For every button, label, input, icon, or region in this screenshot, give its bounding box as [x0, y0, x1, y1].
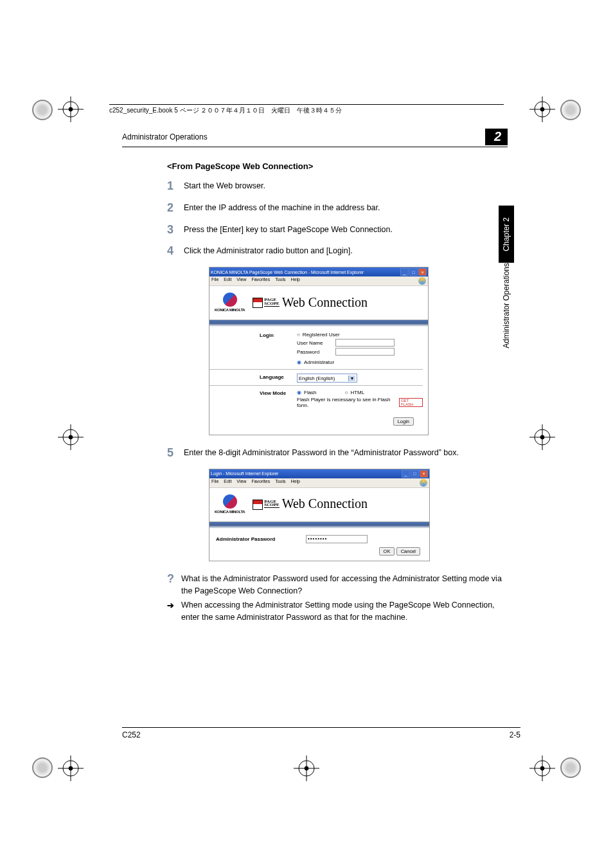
cancel-button[interactable]: Cancel	[396, 547, 420, 556]
step-3: 3 Press the [Enter] key to start PageSco…	[167, 224, 508, 237]
step-number: 3	[167, 224, 184, 237]
flash-label: Flash	[304, 390, 317, 395]
step-text: Enter the IP address of the machine in t…	[184, 202, 508, 214]
menu-file[interactable]: File	[211, 479, 218, 487]
brand-bar: KONICA MINOLTA PAGE SCOPE Web Connection	[209, 488, 429, 522]
chapter-number-box: 2	[485, 129, 508, 145]
admin-password-input[interactable]: ••••••••	[306, 535, 368, 543]
menubar: File Edit View Favorites Tools Help	[209, 276, 428, 286]
registration-mark	[58, 424, 84, 450]
menu-view[interactable]: View	[236, 479, 246, 487]
globe-icon	[223, 293, 237, 307]
ps-small-bot: SCOPE	[264, 302, 279, 306]
brand-text: KONICA MINOLTA	[215, 510, 245, 514]
password-input[interactable]	[335, 348, 395, 356]
menu-edit[interactable]: Edit	[224, 479, 231, 487]
language-value: English (English)	[299, 375, 335, 381]
step-text: Press the [Enter] key to start PageScope…	[184, 224, 508, 236]
menubar: File Edit View Favorites Tools Help	[209, 478, 429, 488]
konica-minolta-logo: KONICA MINOLTA	[215, 494, 245, 514]
globe-icon	[223, 494, 237, 509]
menu-help[interactable]: Help	[291, 479, 300, 487]
registration-mark	[529, 96, 555, 122]
login-button[interactable]: Login	[393, 417, 414, 426]
window-titlebar: KONICA MINOLTA PageScope Web Connection …	[209, 267, 428, 276]
section-title: <From PageScope Web Connection>	[167, 161, 508, 171]
username-input[interactable]	[335, 339, 395, 347]
administrator-radio[interactable]: ◉	[297, 359, 301, 365]
screenshot-login: KONICA MINOLTA PageScope Web Connection …	[209, 267, 429, 435]
pagescope-mark-icon: PAGE SCOPE	[264, 500, 279, 509]
page-footer: C252 2-5	[122, 727, 520, 739]
get-flash-badge[interactable]: GET FLASH	[399, 398, 423, 407]
flash-note: Flash Player is necessary to see in Flas…	[297, 397, 396, 408]
pagescope-logo: PAGE SCOPE Web Connection	[264, 496, 368, 511]
step-1: 1 Start the Web browser.	[167, 180, 508, 193]
print-disc	[560, 100, 581, 120]
step-text: Click the Administrator radio button and…	[184, 245, 508, 257]
close-icon[interactable]: ×	[420, 470, 428, 478]
maximize-icon[interactable]: □	[409, 268, 418, 276]
screenshot-admin-password: Login - Microsoft Internet Explorer _ □ …	[209, 469, 430, 561]
step-text: Start the Web browser.	[184, 180, 508, 192]
flash-radio[interactable]: ◉	[297, 390, 301, 395]
qa-question: ? What is the Administrator Password use…	[167, 573, 508, 597]
registration-mark	[58, 96, 84, 122]
step-4: 4 Click the Administrator radio button a…	[167, 245, 508, 258]
step-5: 5 Enter the 8-digit Administrator Passwo…	[167, 447, 508, 460]
window-title: KONICA MINOLTA PageScope Web Connection …	[211, 270, 364, 275]
footer-left: C252	[122, 730, 141, 739]
minimize-icon[interactable]: _	[402, 470, 410, 478]
ok-button[interactable]: OK	[379, 547, 395, 556]
menu-view[interactable]: View	[236, 277, 246, 285]
pagescope-logo: PAGE SCOPE Web Connection	[264, 295, 368, 310]
maximize-icon[interactable]: □	[411, 470, 419, 478]
ie-logo-icon	[420, 479, 427, 487]
ie-logo-icon	[418, 277, 426, 285]
pagescope-title: Web Connection	[282, 496, 368, 511]
menu-file[interactable]: File	[211, 277, 218, 285]
chevron-down-icon: ▾	[348, 375, 355, 381]
menu-favorites[interactable]: Favorites	[251, 479, 270, 487]
qa-answer: ➔ When accessing the Administrator Setti…	[167, 599, 508, 624]
running-head: Administrator Operations	[122, 132, 208, 141]
step-number: 2	[167, 202, 184, 215]
window-titlebar: Login - Microsoft Internet Explorer _ □ …	[209, 469, 429, 478]
minimize-icon[interactable]: _	[400, 268, 409, 276]
registration-mark	[294, 755, 319, 781]
ps-small-bot: SCOPE	[264, 503, 279, 507]
registration-mark	[58, 755, 84, 781]
question-mark-icon: ?	[167, 573, 181, 584]
menu-favorites[interactable]: Favorites	[251, 277, 270, 285]
administrator-label: Administrator	[304, 359, 334, 365]
viewmode-label: View Mode	[260, 390, 297, 396]
step-number: 1	[167, 180, 184, 193]
brand-bar: KONICA MINOLTA PAGE SCOPE Web Connection	[209, 286, 428, 320]
password-label: Password	[297, 349, 333, 355]
brand-text: KONICA MINOLTA	[215, 308, 245, 312]
menu-tools[interactable]: Tools	[275, 479, 285, 487]
menu-edit[interactable]: Edit	[224, 277, 231, 285]
print-disc	[560, 757, 581, 778]
registered-user-radio[interactable]: ○	[297, 332, 300, 338]
arrow-right-icon: ➔	[167, 599, 181, 612]
html-radio[interactable]: ○	[345, 390, 348, 395]
pagescope-mark-icon: PAGE SCOPE	[264, 298, 279, 307]
footer-right: 2-5	[510, 730, 520, 739]
language-select[interactable]: English (English)▾	[297, 374, 357, 383]
registration-mark	[529, 755, 555, 781]
menu-tools[interactable]: Tools	[275, 277, 285, 285]
print-header: c252_security_E.book 5 ページ ２００７年４月１０日 火曜…	[109, 104, 504, 115]
menu-help[interactable]: Help	[291, 277, 300, 285]
window-title: Login - Microsoft Internet Explorer	[211, 471, 278, 476]
registered-user-label: Registered User	[303, 332, 340, 338]
registration-mark	[529, 424, 555, 450]
step-number: 4	[167, 245, 184, 258]
close-icon[interactable]: ×	[418, 268, 427, 276]
step-text: Enter the 8-digit Administrator Password…	[184, 447, 508, 459]
step-number: 5	[167, 447, 184, 460]
chapter-number: 2	[494, 129, 501, 143]
question-text: What is the Administrator Password used …	[181, 573, 508, 597]
step-2: 2 Enter the IP address of the machine in…	[167, 202, 508, 215]
username-label: User Name	[297, 340, 333, 346]
